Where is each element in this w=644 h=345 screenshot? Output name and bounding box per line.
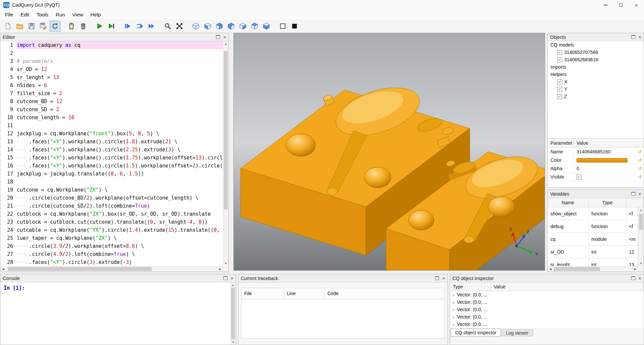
save-as-icon[interactable] [38,21,49,31]
float-panel-icon[interactable] [631,276,635,280]
tab-log-viewer[interactable]: Log viewer [501,329,533,336]
menu-tools[interactable]: Tools [33,10,52,19]
color-swatch[interactable] [577,158,628,162]
close-button[interactable]: × [629,0,644,10]
editor-vertical-scrollbar[interactable]: ▲▼ [223,41,228,266]
console-input-area[interactable]: In [1]: [0,282,230,345]
expand-chevron-icon[interactable]: › [450,299,457,305]
open-script-icon[interactable] [14,21,25,31]
checkbox[interactable]: ✓ [557,79,562,84]
autoreload-icon[interactable] [50,21,60,31]
scroll-thumb[interactable] [554,267,600,271]
code-line-16[interactable]: 16····.faces("<Y").workplane().circle(1.… [0,162,223,170]
code-line-21[interactable]: 21····.circle(cutcone_SD/2).loft(combine… [0,202,223,210]
viewport-3d[interactable]: X Z Y [233,33,545,271]
menu-file[interactable]: File [1,10,17,19]
column-header-type[interactable]: Type [589,198,626,207]
render-icon[interactable] [94,21,105,31]
column-header-code[interactable]: Code [324,288,445,299]
new-script-icon[interactable] [3,21,13,31]
scroll-track[interactable] [6,266,217,272]
code-line-17[interactable]: 17jackplug·=·jackplug.translate((0,·6,·1… [0,170,223,178]
scroll-left-icon[interactable]: ◀ [0,266,6,272]
menu-run[interactable]: Run [52,10,69,19]
variables-horizontal-scrollbar[interactable]: ◀▶ [548,266,638,272]
tree-item-3140652707568[interactable]: ✓3140652707568 [548,49,644,56]
maximize-button[interactable] [613,0,629,10]
scroll-up-icon[interactable]: ▲ [223,41,228,47]
wireframe-icon[interactable] [277,21,288,31]
column-header-file[interactable]: File [241,288,284,299]
variable-row-sr_lenght[interactable]: sr_lenghtint13 [548,258,638,266]
code-line-11[interactable]: 11 [0,122,223,130]
code-line-10[interactable]: 10cutcone_length·=·10 [0,114,223,122]
code-line-27[interactable]: 27····.circle(4.9/2).loft(combine=True)·… [0,250,223,258]
step-in-icon[interactable] [134,21,145,31]
scroll-left-icon[interactable]: ◀ [548,266,553,272]
tree-item-cq-models[interactable]: CQ models [548,41,644,49]
code-line-19[interactable]: 19cutcone·=·cq.Workplane("ZX")·\ [0,186,223,194]
checkbox[interactable]: ✓ [557,87,562,92]
float-panel-icon[interactable] [435,276,439,280]
scroll-thumb[interactable] [8,267,152,271]
code-line-7[interactable]: 7fillet_size·=·2 [0,89,223,97]
code-line-6[interactable]: 6nSides·=·6 [0,81,223,89]
scroll-track[interactable] [230,288,236,339]
float-panel-icon[interactable] [216,35,220,39]
inspector-row-3[interactable]: ›Vector: (0.0, ... [450,306,644,313]
code-line-14[interactable]: 14····.faces("<Y").workplane().circle(2.… [0,146,223,154]
console-vertical-scrollbar[interactable]: ▲▼ [230,282,236,345]
scroll-up-icon[interactable]: ▲ [638,207,644,213]
close-panel-icon[interactable]: × [638,276,641,281]
column-header-value[interactable] [626,198,644,207]
code-line-9[interactable]: 9cutcone_SD·=·2 [0,106,223,114]
front-view-icon[interactable] [202,21,213,31]
reset-param-icon[interactable]: ↺ [636,149,644,154]
inspector-row-5[interactable]: ›Vector: (0.0, ... [450,321,644,328]
code-line-13[interactable]: 13····.faces("<Y").workplane().circle(1.… [0,138,223,146]
bottom-view-icon[interactable] [261,21,272,31]
tree-item-z[interactable]: ✓Z [548,93,644,100]
scroll-down-icon[interactable]: ▼ [223,261,228,266]
code-line-15[interactable]: 15····.faces("<Y").workplane().circle(1.… [0,154,223,162]
zoom-icon[interactable] [162,21,173,31]
menu-edit[interactable]: Edit [17,10,33,19]
code-line-8[interactable]: 8cutcone_BD·=·12 [0,97,223,106]
scroll-right-icon[interactable]: ▶ [217,266,223,272]
code-line-3[interactable]: 3#·parameters [0,57,223,65]
delete-icon[interactable] [78,21,89,31]
expand-chevron-icon[interactable]: › [450,314,457,320]
column-header-line[interactable]: Line [284,288,325,299]
left-view-icon[interactable] [226,21,236,31]
variable-row-sr_OD[interactable]: sr_ODint12 [548,246,638,258]
scroll-track[interactable] [638,213,644,261]
column-header-name[interactable]: Name [548,198,589,207]
code-line-26[interactable]: 26····.circle(3.9/2).workplane(offset=8.… [0,242,223,250]
checkbox[interactable]: ✓ [557,94,562,99]
iso-view-icon[interactable] [191,21,201,31]
tree-item-x[interactable]: ✓X [548,78,644,85]
inspector-row-4[interactable]: ›Vector: (0.0, ... [450,313,644,321]
minimize-button[interactable] [598,0,613,10]
expand-chevron-icon[interactable]: › [450,307,457,313]
debug-icon[interactable] [106,21,117,31]
scroll-down-icon[interactable]: ▼ [638,261,644,266]
menu-view[interactable]: View [69,10,87,19]
param-value[interactable] [574,158,636,162]
scroll-right-icon[interactable]: ▶ [633,266,638,272]
menu-help[interactable]: Help [87,10,105,19]
scroll-down-icon[interactable]: ▼ [230,339,236,345]
step-icon[interactable] [122,21,133,31]
code-editor[interactable]: 1import·cadquery·as·cq23#·parameters4sr_… [0,41,223,266]
code-line-23[interactable]: 23cutblock·=·cutblock.cut(cutcone).trans… [0,218,223,226]
variable-row-cq[interactable]: cqmodule<m [548,233,638,246]
reset-param-icon[interactable]: ↺ [636,166,644,171]
fit-all-icon[interactable] [174,21,185,31]
scroll-thumb[interactable] [231,288,235,339]
float-panel-icon[interactable] [223,276,227,280]
code-line-25[interactable]: 25luer_taper·=·cq.Workplane("ZX")·\ [0,234,223,242]
code-line-18[interactable]: 18 [0,178,223,186]
float-panel-icon[interactable] [631,192,635,196]
reset-param-icon[interactable]: ↺ [636,174,644,180]
column-header-type[interactable]: Type [450,282,491,291]
